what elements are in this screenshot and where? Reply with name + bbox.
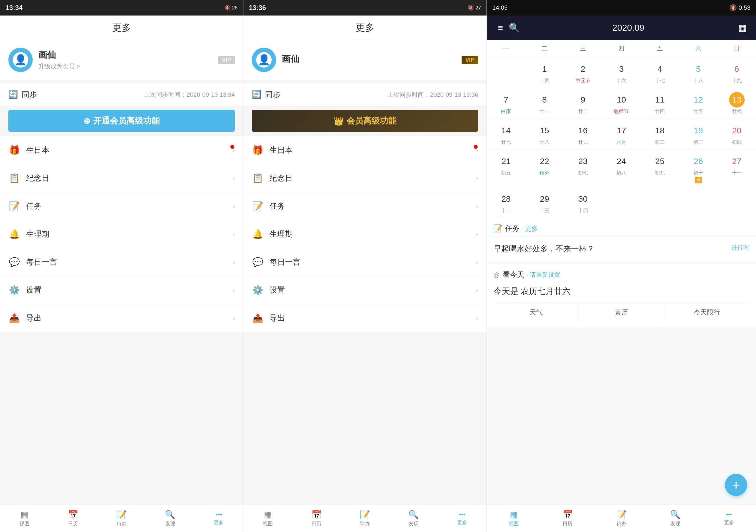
weekday-mon: 一 (487, 40, 525, 57)
cal-day-13: 13 (729, 92, 744, 108)
sync-row-left[interactable]: 🔄 同步 上次同步时间：2020-09-13 13:34 (0, 83, 243, 106)
vip-button-left[interactable]: ⊕ 开通会员高级功能 (8, 110, 235, 132)
menu-item-birthday-center[interactable]: 🎁 生日本 › (243, 136, 487, 164)
nav-discover-right[interactable]: 🔍 发现 (648, 510, 702, 527)
nav-calendar-center[interactable]: 📅 日历 (292, 510, 340, 527)
cal-cell-30[interactable]: 30 十四 (564, 187, 602, 218)
menu-label-birthday-center: 生日本 (269, 145, 476, 155)
menu-item-quote-left[interactable]: 💬 每日一言 › (0, 248, 243, 276)
cal-cell-9[interactable]: 9 廿二 (564, 88, 602, 119)
chevron-anniversary-left: › (232, 174, 235, 182)
cal-cell-3[interactable]: 3 十六 (602, 57, 641, 88)
cal-cell-22[interactable]: 22 秋分 (525, 150, 564, 187)
menu-item-task-center[interactable]: 📝 任务 › (243, 192, 487, 220)
profile-section-center[interactable]: 👤 画仙 VIP (243, 40, 487, 80)
nav-more-center[interactable]: ••• 更多 (438, 511, 487, 526)
nav-discover-left[interactable]: 🔍 发现 (146, 510, 194, 527)
menu-item-settings-center[interactable]: ⚙️ 设置 › (243, 276, 487, 304)
cal-cell-7[interactable]: 7 白露 (487, 88, 525, 119)
nav-more-right[interactable]: ••• 更多 (702, 511, 756, 526)
weekday-wed: 三 (564, 40, 602, 57)
cal-cell-19[interactable]: 19 初三 (679, 119, 718, 150)
cal-grid: 1 十四 2 中元节 3 十六 4 十七 5 十八 6 十九 (487, 57, 756, 218)
nav-calendar-left[interactable]: 📅 日历 (48, 510, 97, 527)
nav-discover-center[interactable]: 🔍 发现 (389, 510, 438, 527)
nav-todo-center[interactable]: 📝 待办 (341, 510, 389, 527)
nav-todo-right[interactable]: 📝 待办 (594, 510, 648, 527)
nav-cal-icon-left: 📅 (68, 510, 78, 519)
menu-item-export-left[interactable]: 📤 导出 › (0, 304, 243, 332)
cal-menu-icon[interactable]: ≡ (494, 23, 507, 33)
cal-search-icon[interactable]: 🔍 (507, 22, 521, 33)
panel-right: 14:05 🔇 0.53 ≡ 🔍 2020.09 ▦ 一 二 三 四 五 六 日… (487, 0, 756, 532)
cal-cell-11[interactable]: 11 廿四 (641, 88, 679, 119)
cal-cell-16[interactable]: 16 廿九 (564, 119, 602, 150)
profile-section-left[interactable]: 👤 画仙 升级成为会员 > VIP (0, 40, 243, 80)
today-lunar-text: 今天是 农历七月廿六 (494, 284, 749, 303)
cal-cell-5[interactable]: 5 十八 (679, 57, 718, 88)
cal-cell-28[interactable]: 28 十二 (487, 187, 525, 218)
cal-lunar-12: 廿五 (693, 108, 703, 115)
menu-item-quote-center[interactable]: 💬 每日一言 › (243, 248, 487, 276)
nav-view-right[interactable]: ▦ 视图 (487, 510, 541, 527)
cal-cell-29[interactable]: 29 十三 (525, 187, 564, 218)
nav-discover-icon-left: 🔍 (165, 510, 175, 519)
cal-cell-10[interactable]: 10 教师节 (602, 88, 641, 119)
tab-restrictions[interactable]: 今天限行 (664, 303, 749, 322)
menu-item-anniversary-left[interactable]: 📋 纪念日 › (0, 164, 243, 192)
menu-item-period-center[interactable]: 🔔 生理期 › (243, 220, 487, 248)
cal-cell-18[interactable]: 18 初二 (641, 119, 679, 150)
tab-almanac[interactable]: 黄历 (579, 303, 664, 322)
cal-lunar-13: 廿六 (732, 108, 742, 115)
cal-cell-27[interactable]: 27 十一 (717, 150, 756, 187)
vip-btn-crown-icon: ⊕ (83, 116, 90, 126)
nav-calendar-right[interactable]: 📅 日历 (541, 510, 594, 527)
nav-todo-left[interactable]: 📝 待办 (97, 510, 146, 527)
avatar-icon-center: 👤 (256, 52, 272, 67)
cal-cell-8[interactable]: 8 廿一 (525, 88, 564, 119)
cal-cell-13[interactable]: 13 廿六 (717, 88, 756, 119)
menu-item-task-left[interactable]: 📝 任务 › (0, 192, 243, 220)
menu-item-birthday-left[interactable]: 🎁 生日本 › (0, 136, 243, 164)
cal-cell-14[interactable]: 14 廿七 (487, 119, 525, 150)
cal-cell-24[interactable]: 24 初八 (602, 150, 641, 187)
cal-cell-20[interactable]: 20 初四 (717, 119, 756, 150)
status-time-left: 13:34 (6, 4, 22, 12)
nav-cal-label-left: 日历 (68, 520, 78, 527)
cal-cell-12[interactable]: 12 廿五 (679, 88, 718, 119)
cal-cell-4[interactable]: 4 十七 (641, 57, 679, 88)
cal-lunar-18: 初二 (655, 139, 665, 145)
chevron-settings-center: › (476, 286, 478, 294)
look-reset-link[interactable]: · 请重新设置 (526, 271, 560, 279)
profile-sub-left[interactable]: 升级成为会员 > (38, 62, 218, 71)
nav-view-center[interactable]: ▦ 视图 (243, 510, 292, 527)
tab-weather[interactable]: 天气 (494, 303, 579, 322)
cal-cell-23[interactable]: 23 初七 (564, 150, 602, 187)
cal-cell-6[interactable]: 6 十九 (717, 57, 756, 88)
profile-name-left: 画仙 (38, 49, 218, 61)
cal-cell-26[interactable]: 26 初十 班 (679, 150, 718, 187)
cal-cell-15[interactable]: 15 廿八 (525, 119, 564, 150)
menu-item-settings-left[interactable]: ⚙️ 设置 › (0, 276, 243, 304)
status-icons-center: 🔇 27 (468, 5, 481, 11)
cal-cell-2[interactable]: 2 中元节 (564, 57, 602, 88)
cal-grid-icon[interactable]: ▦ (736, 22, 749, 33)
cal-day-21: 21 (498, 154, 514, 169)
cal-cell-21[interactable]: 21 初五 (487, 150, 525, 187)
menu-item-period-left[interactable]: 🔔 生理期 › (0, 220, 243, 248)
menu-item-export-center[interactable]: 📤 导出 › (243, 304, 487, 332)
cal-day-20: 20 (729, 123, 744, 138)
cal-cell-17[interactable]: 17 八月 (602, 119, 641, 150)
status-time-center: 13:36 (249, 4, 266, 12)
sync-row-center[interactable]: 🔄 同步 上次同步时间：2020-09-13 13:36 (243, 83, 487, 106)
fab-add-button[interactable]: + (725, 474, 747, 496)
task-item-1[interactable]: 早起喝水好处多，不来一杯？ 进行时 (487, 237, 756, 261)
cal-cell-1[interactable]: 1 十四 (525, 57, 564, 88)
nav-todo-icon-right: 📝 (616, 510, 627, 519)
vip-button-center[interactable]: 👑 会员高级功能 (252, 110, 478, 132)
menu-item-anniversary-center[interactable]: 📋 纪念日 › (243, 164, 487, 192)
nav-more-left[interactable]: ••• 更多 (195, 511, 243, 526)
nav-view-left[interactable]: ▦ 视图 (0, 510, 48, 527)
cal-cell-25[interactable]: 25 初九 (641, 150, 679, 187)
task-more-link[interactable]: · 更多 (521, 224, 538, 233)
